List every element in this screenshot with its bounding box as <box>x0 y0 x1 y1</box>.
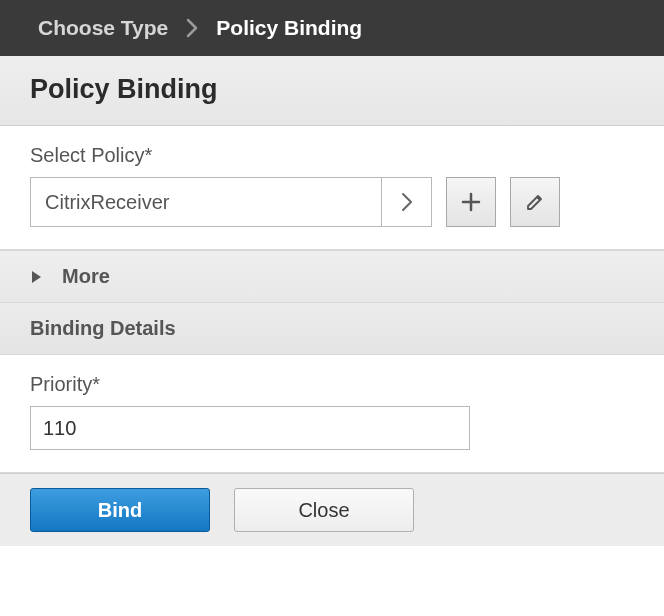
pencil-icon <box>525 192 545 212</box>
binding-details-section: Priority* <box>0 355 664 473</box>
priority-label: Priority* <box>30 373 634 396</box>
more-toggle[interactable]: More <box>0 250 664 303</box>
select-policy-control: CitrixReceiver <box>30 177 432 227</box>
add-policy-button[interactable] <box>446 177 496 227</box>
bind-button[interactable]: Bind <box>30 488 210 532</box>
select-policy-value[interactable]: CitrixReceiver <box>31 178 381 226</box>
edit-policy-button[interactable] <box>510 177 560 227</box>
actions-bar: Bind Close <box>0 473 664 546</box>
plus-icon <box>461 192 481 212</box>
priority-input[interactable] <box>30 406 470 450</box>
page-title: Policy Binding <box>30 74 634 105</box>
chevron-right-icon <box>400 191 414 213</box>
select-policy-section: Select Policy* CitrixReceiver <box>0 126 664 250</box>
close-button[interactable]: Close <box>234 488 414 532</box>
chevron-right-icon <box>186 18 198 38</box>
svg-marker-0 <box>32 271 41 283</box>
binding-details-header: Binding Details <box>0 303 664 355</box>
select-policy-label: Select Policy* <box>30 144 634 167</box>
select-policy-open-button[interactable] <box>381 178 431 226</box>
breadcrumb: Choose Type Policy Binding <box>0 0 664 56</box>
breadcrumb-current: Policy Binding <box>216 16 362 40</box>
triangle-right-icon <box>30 270 42 284</box>
page-title-bar: Policy Binding <box>0 56 664 126</box>
select-policy-row: CitrixReceiver <box>30 177 634 227</box>
more-label: More <box>62 265 110 288</box>
breadcrumb-prev[interactable]: Choose Type <box>38 16 168 40</box>
